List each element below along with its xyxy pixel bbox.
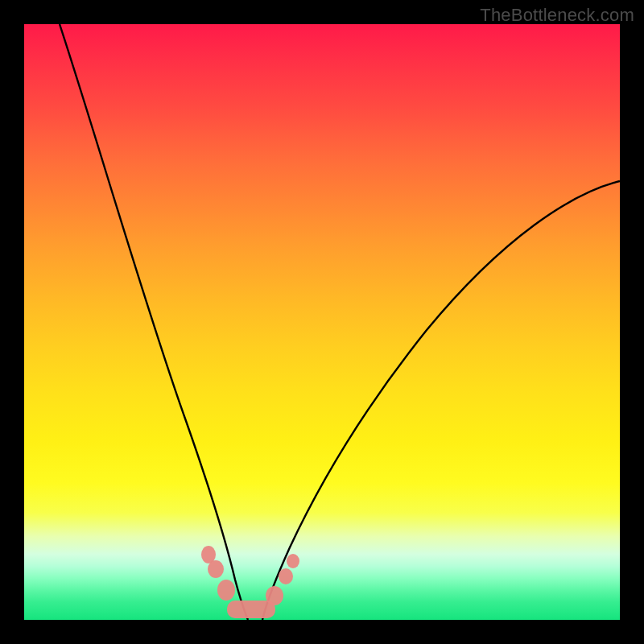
data-marker: [227, 601, 275, 618]
data-marker: [279, 568, 293, 584]
marker-layer: [24, 24, 620, 620]
watermark-label: TheBottleneck.com: [480, 5, 634, 26]
data-marker: [208, 560, 224, 578]
data-marker: [287, 554, 299, 568]
chart-frame: TheBottleneck.com: [0, 0, 644, 644]
data-marker: [217, 580, 235, 601]
plot-area: [24, 24, 620, 620]
data-marker: [266, 586, 283, 605]
